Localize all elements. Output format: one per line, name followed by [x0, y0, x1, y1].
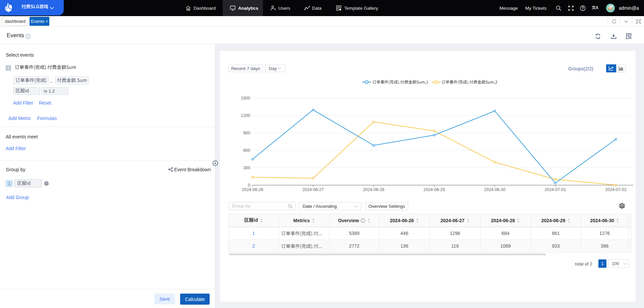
svg-text:2024-07-01: 2024-07-01	[545, 187, 566, 192]
svg-text:900: 900	[243, 131, 250, 135]
svg-text:600: 600	[243, 148, 250, 153]
svg-text:2024-07-02: 2024-07-02	[605, 187, 627, 192]
svg-text:2024-06-26: 2024-06-26	[242, 187, 263, 192]
svg-text:2024-06-30: 2024-06-30	[484, 187, 505, 192]
svg-text:1500: 1500	[241, 96, 250, 101]
svg-text:0: 0	[248, 183, 250, 188]
svg-text:1200: 1200	[241, 113, 250, 118]
svg-text:300: 300	[243, 166, 250, 170]
svg-text:2024-06-28: 2024-06-28	[363, 187, 384, 192]
svg-text:2024-06-27: 2024-06-27	[303, 187, 324, 192]
svg-text:2024-06-29: 2024-06-29	[424, 187, 445, 192]
